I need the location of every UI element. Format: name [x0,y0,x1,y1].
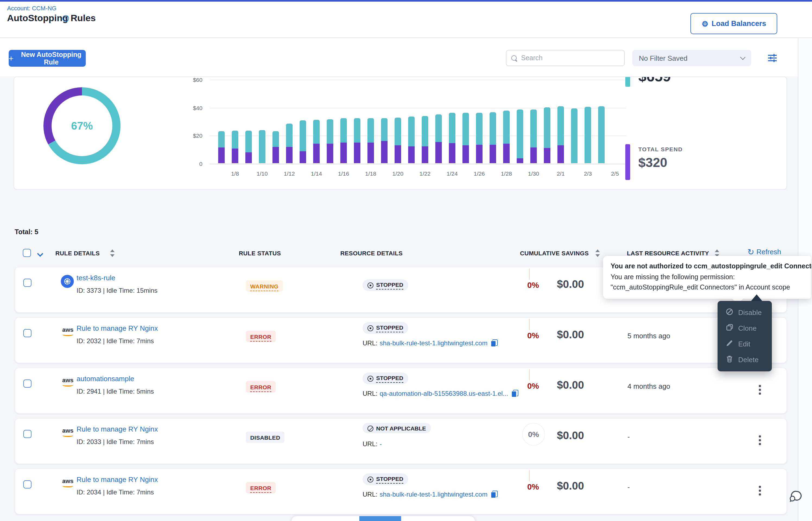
menu-item-edit[interactable]: Edit [718,336,772,352]
menu-item-disable[interactable]: Disable [718,305,772,320]
rule-name-link[interactable]: Rule to manage RY Nginx [77,475,158,483]
stacked-bar[interactable] [490,113,496,163]
stacked-bar[interactable] [557,106,564,163]
breadcrumb-account[interactable]: Account: CCM-NG [7,5,57,12]
stacked-bar[interactable] [449,113,455,163]
x-axis-tick-label: 1/22 [420,170,431,177]
saved-filter-dropdown[interactable]: No Filter Saved [632,50,751,66]
column-rule-status: RULE STATUS [239,250,281,256]
chat-help-icon[interactable] [788,490,802,504]
pagination-bar[interactable] [292,516,475,521]
row-options-kebab-icon[interactable] [753,380,766,400]
rule-status-badge[interactable]: DISABLED [246,432,285,443]
resource-url-link[interactable]: sha-bulk-rule-test-1.lightwingtest.com [380,339,488,347]
plus-icon: + [9,54,14,63]
stacked-bar[interactable] [598,106,605,163]
stacked-bar[interactable] [463,113,469,163]
rule-name-link[interactable]: automationsample [77,375,134,383]
stacked-bar[interactable] [476,113,483,163]
savings-segment [544,107,550,148]
stacked-bar[interactable] [571,108,578,163]
rule-name-link[interactable]: Rule to manage RY Nginx [77,324,158,332]
search-input[interactable] [521,54,613,62]
x-axis-tick-label: 1/14 [311,170,322,177]
total-savings-value: $659 [638,76,671,85]
not-applicable-icon [367,425,373,431]
search-box[interactable] [506,50,625,66]
stacked-bar[interactable] [259,130,265,163]
stacked-bar[interactable] [273,131,279,163]
rule-status-badge[interactable]: WARNING [246,280,283,292]
stacked-bar[interactable] [435,114,442,163]
x-axis-tick-label: 1/18 [365,170,377,177]
resource-url-link[interactable]: qa-automation-alb-515563988.us-east-1.el… [380,390,508,398]
total-spend-value: $320 [638,155,667,170]
spend-accent-bar [625,144,630,180]
rule-status-badge[interactable]: ERROR [246,482,276,493]
refresh-button[interactable]: ↻ Refresh [747,248,781,256]
row-checkbox[interactable] [23,480,31,489]
column-last-activity[interactable]: LAST RESOURCE ACTIVITY [627,250,709,256]
rule-name-link[interactable]: Rule to manage RY Nginx [77,425,158,433]
stacked-bar[interactable] [394,117,401,163]
stacked-bar[interactable] [286,123,293,163]
stacked-bar[interactable] [327,119,333,163]
stacked-bar[interactable] [381,118,387,163]
sort-cumulative-savings-icon[interactable] [595,249,600,257]
copy-icon[interactable] [511,390,518,398]
row-checkbox[interactable] [23,279,31,287]
rule-id-idle-time: ID: 2034 | Idle Time: 7mins [77,489,154,496]
column-rule-details[interactable]: RULE DETAILS [56,250,100,256]
stacked-bar[interactable] [422,116,428,163]
rule-name-link[interactable]: test-k8s-rule [77,274,115,282]
stacked-bar[interactable] [232,131,238,163]
menu-item-clone[interactable]: Clone [718,320,772,336]
spend-segment [544,148,550,163]
stacked-bar[interactable] [313,119,320,163]
column-cumulative-savings[interactable]: CUMULATIVE SAVINGS [520,250,589,256]
filter-sliders-icon[interactable] [766,52,778,63]
resource-state-badge[interactable]: STOPPED [363,473,408,485]
info-icon[interactable]: i [62,15,69,22]
spend-segment [408,146,415,163]
menu-item-delete[interactable]: Delete [718,352,772,367]
row-options-kebab-icon[interactable] [753,430,766,450]
resource-url-link[interactable]: sha-bulk-rule-test-1.lightwingtest.com [380,491,488,498]
savings-segment [530,110,537,148]
row-checkbox[interactable] [23,329,31,337]
stacked-bar[interactable] [340,118,347,163]
stacked-bar[interactable] [408,117,415,163]
resource-state-badge[interactable]: STOPPED [363,372,408,384]
resource-url-link[interactable]: - [380,440,382,448]
stacked-bar[interactable] [503,111,510,163]
stacked-bar[interactable] [530,110,537,163]
savings-amount: $0.00 [557,278,584,291]
stacked-bar[interactable] [517,110,523,163]
resource-state-badge[interactable]: STOPPED [363,322,408,334]
select-menu-chevron-icon[interactable] [37,251,43,257]
stacked-bar[interactable] [544,107,550,163]
stacked-bar[interactable] [354,118,360,163]
load-balancers-button[interactable]: ⚙ Load Balancers [690,13,777,34]
select-all-checkbox[interactable] [23,249,31,257]
pagination-active-page[interactable] [359,516,401,521]
resource-state-badge[interactable]: STOPPED [363,279,408,291]
row-options-kebab-icon[interactable] [753,481,766,500]
stacked-bar[interactable] [245,131,252,163]
tooltip-line-1: You are not authorized to ccm_autostoppi… [611,261,805,272]
copy-icon[interactable] [491,339,498,347]
rule-status-badge[interactable]: ERROR [246,381,276,392]
new-autostopping-rule-button[interactable]: + New AutoStopping Rule [9,50,86,67]
stacked-bar[interactable] [300,120,306,163]
rule-status-badge[interactable]: ERROR [246,331,276,342]
sort-rule-details-icon[interactable] [110,249,114,257]
stacked-bar[interactable] [367,118,374,163]
spend-segment [422,146,428,163]
stacked-bar[interactable] [584,107,591,163]
kubernetes-icon [61,275,74,288]
row-checkbox[interactable] [23,380,31,388]
resource-state-badge[interactable]: NOT APPLICABLE [363,423,431,433]
copy-icon[interactable] [491,491,498,498]
row-checkbox[interactable] [23,430,31,438]
stacked-bar[interactable] [218,132,225,163]
